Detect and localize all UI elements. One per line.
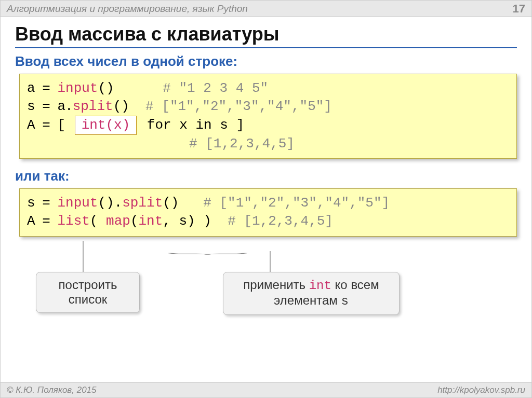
slide-header: Алгоритмизация и программирование, язык …	[1, 1, 531, 17]
code-line: A = [ int(x) for x in s ]	[27, 116, 509, 135]
page-number: 17	[513, 2, 525, 16]
code-block-1: a = input() # "1 2 3 4 5" s = a.split() …	[19, 74, 517, 159]
course-title: Алгоритмизация и программирование, язык …	[7, 3, 248, 15]
code-line: s = input().split() # ["1","2","3","4","…	[27, 194, 509, 212]
slide-title: Ввод массива с клавиатуры	[15, 23, 517, 45]
callout-build-list: построить список	[36, 272, 140, 313]
slide-footer: © К.Ю. Поляков, 2015 http://kpolyakov.sp…	[1, 382, 531, 397]
annotations-area: ⏟ построить список применить int ко всем…	[15, 246, 517, 334]
slide-content: Ввод массива с клавиатуры Ввод всех чисе…	[1, 17, 531, 334]
pointer-line-icon	[83, 241, 84, 273]
code-line: s = a.split() # ["1","2","3","4","5"]	[27, 98, 509, 116]
pointer-line-icon	[270, 251, 271, 273]
code-line: # [1,2,3,4,5]	[27, 135, 509, 153]
callout-apply-int: применить int ко всем элементам s	[223, 272, 400, 315]
code-line: A = list( map(int, s) ) # [1,2,3,4,5]	[27, 212, 509, 230]
or-label: или так:	[15, 168, 517, 184]
title-divider	[15, 47, 517, 48]
code-line: a = input() # "1 2 3 4 5"	[27, 79, 509, 98]
section-subtitle: Ввод всех чисел в одной строке:	[15, 53, 517, 70]
copyright: © К.Ю. Поляков, 2015	[7, 385, 97, 395]
highlight-box: int(x)	[75, 116, 137, 135]
footer-url: http://kpolyakov.spb.ru	[437, 385, 525, 395]
brace-icon: ⏟	[168, 245, 247, 255]
code-block-2: s = input().split() # ["1","2","3","4","…	[19, 188, 517, 236]
